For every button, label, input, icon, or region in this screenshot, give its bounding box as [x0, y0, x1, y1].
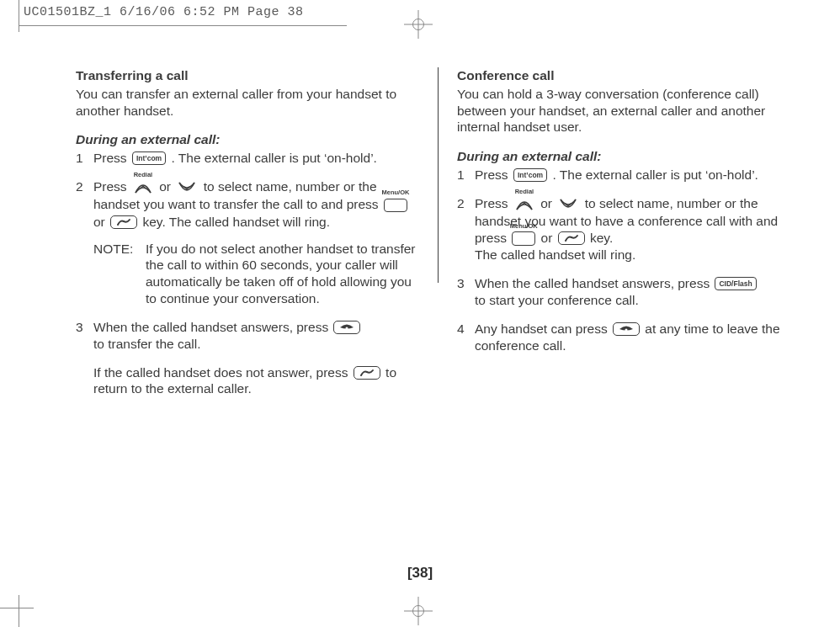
text: If the called handset does not answer, p…	[93, 365, 348, 380]
note: NOTE: If you do not select another hands…	[93, 241, 423, 307]
step-body: Press Redial or to select name, number o…	[475, 195, 800, 263]
subheading: During an external call:	[457, 148, 800, 165]
step-number: 1	[457, 167, 469, 183]
text: Press	[475, 196, 508, 210]
talk-key-icon	[354, 366, 380, 380]
section-title: Conference call	[457, 67, 800, 84]
step-number: 3	[76, 319, 88, 397]
note-label: NOTE:	[93, 241, 141, 307]
text: or	[541, 231, 553, 245]
menu-ok-key-icon: Menu/OK	[384, 197, 407, 214]
talk-key-icon	[110, 215, 137, 229]
cid-flash-key-icon: CID/Flash	[715, 277, 756, 291]
step-number: 3	[457, 275, 469, 309]
registration-mark-icon	[404, 10, 433, 39]
section-title: Transferring a call	[76, 67, 423, 84]
key-label: Menu/OK	[510, 222, 538, 231]
intcom-key-icon: Int’com	[513, 168, 547, 183]
text: Any handset can press	[475, 321, 608, 336]
down-key-icon	[557, 196, 579, 213]
step-3: 3 When the called handset answers, press…	[76, 319, 423, 397]
registration-mark-icon	[404, 597, 433, 625]
step-body: When the called handset answers, press t…	[93, 319, 423, 397]
svg-point-0	[346, 327, 348, 329]
up-key-icon: Redial	[513, 196, 535, 213]
step-number: 1	[76, 150, 88, 167]
note-body: If you do not select another handset to …	[146, 241, 423, 307]
step-2: 2 Press Redial or to select name, number…	[457, 195, 800, 263]
step-body: Press Redial or to select name, number o…	[93, 178, 423, 307]
step-number: 2	[76, 178, 88, 307]
down-key-icon	[176, 179, 198, 196]
text: or	[93, 215, 105, 229]
text: or	[540, 196, 552, 210]
subheading: During an external call:	[76, 131, 423, 148]
text: to transfer the call.	[93, 336, 423, 353]
menu-ok-key-icon: Menu/OK	[512, 231, 535, 247]
left-column: Transferring a call You can transfer an …	[76, 67, 438, 409]
text: or	[159, 179, 171, 194]
end-key-icon	[613, 322, 640, 336]
key-label: Redial	[515, 188, 534, 196]
step-body: When the called handset answers, press C…	[475, 275, 800, 309]
intro-text: You can transfer an external caller from…	[76, 86, 423, 120]
up-key-icon: Redial	[132, 179, 154, 196]
step-number: 4	[457, 321, 469, 354]
intro-text: You can hold a 3-way conversation (confe…	[457, 86, 800, 135]
step-3: 3 When the called handset answers, press…	[457, 275, 800, 309]
key-label: Redial	[134, 171, 153, 179]
right-column: Conference call You can hold a 3-way con…	[439, 67, 800, 409]
crop-mark	[19, 25, 347, 26]
text: When the called handset answers, press	[475, 276, 710, 290]
crop-mark	[0, 608, 34, 608]
svg-point-1	[625, 328, 628, 331]
crop-header-text: UC01501BZ_1 6/16/06 6:52 PM Page 38	[24, 5, 304, 19]
page-content: Transferring a call You can transfer an …	[76, 67, 808, 409]
text: The called handset will ring.	[475, 247, 800, 263]
text: key. The called handset will ring.	[142, 215, 330, 229]
text: to start your conference call.	[475, 292, 800, 309]
step-body: Press Int’com . The external caller is p…	[475, 167, 800, 183]
intcom-key-icon: Int’com	[132, 151, 166, 166]
key-label: Menu/OK	[381, 189, 409, 197]
text: When the called handset answers, press	[93, 320, 328, 334]
text: Press	[93, 151, 127, 165]
text: . The external caller is put ‘on-hold’.	[171, 151, 376, 165]
end-key-icon	[333, 321, 360, 334]
page-number: [38]	[407, 565, 433, 582]
crop-mark	[19, 0, 19, 32]
step-2: 2 Press Redial or to select name, number…	[76, 178, 423, 307]
text: . The external caller is put ‘on-hold’.	[552, 167, 758, 182]
crop-mark	[19, 595, 19, 627]
text: Press	[475, 167, 508, 182]
step-4: 4 Any handset can press at any time to l…	[457, 321, 800, 354]
text: Press	[93, 179, 127, 194]
step-1: 1 Press Int’com . The external caller is…	[76, 150, 423, 167]
step-body: Press Int’com . The external caller is p…	[93, 150, 423, 167]
step-body: Any handset can press at any time to lea…	[475, 321, 800, 354]
text: key.	[590, 231, 613, 245]
step-1: 1 Press Int’com . The external caller is…	[457, 167, 800, 183]
talk-key-icon	[558, 231, 585, 245]
step-number: 2	[457, 195, 469, 263]
